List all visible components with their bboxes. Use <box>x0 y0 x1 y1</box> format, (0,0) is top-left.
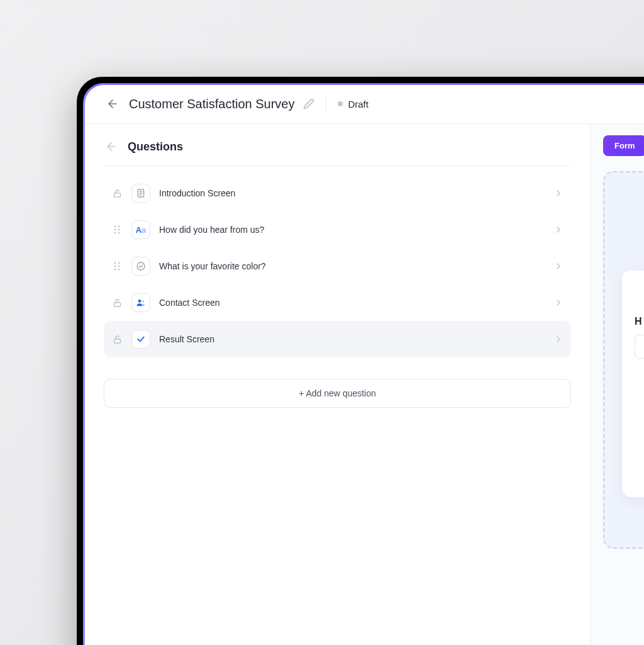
svg-point-10 <box>118 229 120 231</box>
svg-point-19 <box>137 262 145 270</box>
chevron-right-icon <box>553 225 564 235</box>
device-frame: Customer Satisfaction Survey Draft <box>77 77 644 645</box>
question-row-introduction[interactable]: Introduction Screen <box>104 175 571 211</box>
check-circle-icon <box>131 257 150 276</box>
question-label: Introduction Screen <box>159 188 545 198</box>
person-icon <box>131 293 150 312</box>
panel-header: Questions <box>104 139 571 166</box>
add-question-button[interactable]: + Add new question <box>104 379 571 408</box>
arrow-left-icon <box>106 98 119 110</box>
svg-point-13 <box>114 262 116 264</box>
svg-point-9 <box>114 229 116 231</box>
questions-list: Introduction Screen Aa <box>104 175 571 357</box>
top-bar: Customer Satisfaction Survey Draft <box>85 85 644 123</box>
preview-card: H <box>603 171 644 549</box>
question-label: How did you hear from us? <box>159 225 545 235</box>
lock-icon <box>111 188 123 199</box>
svg-point-8 <box>118 226 120 228</box>
question-label: Result Screen <box>159 334 545 344</box>
svg-point-11 <box>114 232 116 234</box>
svg-rect-20 <box>114 302 120 306</box>
main-area: Questions Introduction Screen <box>85 123 644 645</box>
svg-rect-2 <box>114 193 120 196</box>
chevron-right-icon <box>553 261 564 271</box>
svg-point-7 <box>114 226 116 228</box>
question-row-favorite-color[interactable]: What is your favorite color? <box>104 248 571 284</box>
app-window: Customer Satisfaction Survey Draft <box>85 85 644 645</box>
question-row-result[interactable]: Result Screen <box>104 321 571 357</box>
chevron-right-icon <box>553 334 564 344</box>
arrow-left-icon <box>105 140 118 153</box>
svg-point-12 <box>118 232 120 234</box>
form-tab[interactable]: Form <box>603 135 644 156</box>
question-label: Contact Screen <box>159 298 545 308</box>
svg-point-21 <box>138 300 142 303</box>
chevron-right-icon <box>553 298 564 308</box>
question-row-contact[interactable]: Contact Screen <box>104 284 571 321</box>
edit-title-button[interactable] <box>303 98 314 109</box>
svg-point-22 <box>142 301 144 303</box>
status-label: Draft <box>348 99 369 109</box>
svg-rect-23 <box>114 339 120 342</box>
svg-point-16 <box>118 266 120 267</box>
back-button[interactable] <box>105 96 120 111</box>
preview-heading: H <box>635 316 644 327</box>
status-badge: Draft <box>338 99 369 109</box>
question-label: What is your favorite color? <box>159 261 545 271</box>
preview-input-placeholder <box>635 335 644 359</box>
panel-back-button[interactable] <box>104 139 119 154</box>
question-row-hear-from-us[interactable]: Aa How did you hear from us? <box>104 211 571 248</box>
preview-panel: Form H <box>591 124 644 645</box>
preview-form-card: H <box>622 271 644 497</box>
status-dot-icon <box>338 101 343 106</box>
drag-handle-icon[interactable] <box>111 261 123 272</box>
divider <box>326 98 326 110</box>
questions-panel: Questions Introduction Screen <box>85 124 591 645</box>
check-icon <box>131 330 150 349</box>
document-icon <box>131 184 150 203</box>
svg-point-17 <box>114 269 116 271</box>
text-aa-icon: Aa <box>131 220 150 239</box>
svg-point-14 <box>118 262 120 264</box>
drag-handle-icon[interactable] <box>111 224 123 235</box>
svg-point-15 <box>114 266 116 267</box>
lock-icon <box>111 297 123 308</box>
pencil-icon <box>303 98 314 109</box>
chevron-right-icon <box>553 188 564 198</box>
device-bezel: Customer Satisfaction Survey Draft <box>83 83 644 645</box>
panel-title: Questions <box>128 140 183 154</box>
svg-point-18 <box>118 269 120 271</box>
lock-icon <box>111 334 123 345</box>
page-title: Customer Satisfaction Survey <box>129 97 294 111</box>
